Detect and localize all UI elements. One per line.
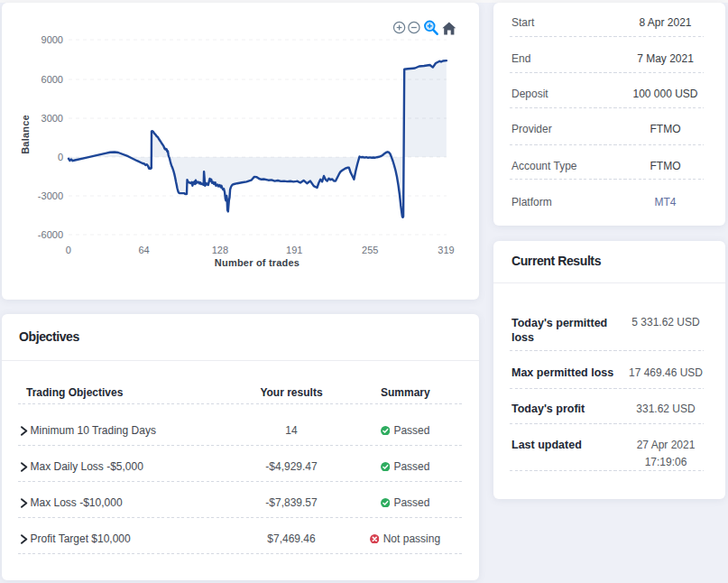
svg-text:-6000: -6000 xyxy=(38,229,63,240)
svg-text:191: 191 xyxy=(286,245,302,255)
svg-text:0: 0 xyxy=(58,152,63,162)
svg-text:128: 128 xyxy=(212,245,228,255)
svg-text:-3000: -3000 xyxy=(38,190,63,201)
svg-text:Number of trades: Number of trades xyxy=(215,257,299,268)
svg-text:319: 319 xyxy=(438,245,454,255)
svg-text:6000: 6000 xyxy=(41,74,63,85)
svg-text:255: 255 xyxy=(362,245,378,255)
svg-text:3000: 3000 xyxy=(41,113,63,124)
svg-text:64: 64 xyxy=(138,245,149,255)
svg-text:Balance: Balance xyxy=(20,115,31,154)
svg-text:0: 0 xyxy=(66,245,71,255)
svg-text:9000: 9000 xyxy=(41,34,63,45)
